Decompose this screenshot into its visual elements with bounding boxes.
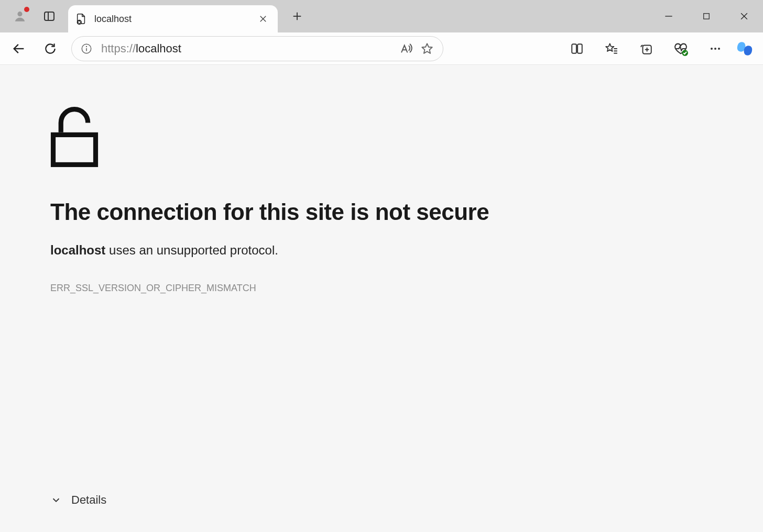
error-host: localhost: [50, 243, 105, 257]
svg-point-16: [86, 46, 87, 47]
svg-rect-19: [572, 44, 576, 53]
copilot-button[interactable]: [735, 39, 755, 59]
tab-title: localhost: [94, 14, 256, 25]
notification-dot-icon: [24, 7, 29, 12]
svg-marker-18: [422, 43, 432, 53]
details-toggle[interactable]: Details: [50, 493, 106, 507]
svg-point-29: [711, 48, 713, 50]
toolbar-right: [560, 36, 759, 61]
site-info-button[interactable]: [77, 39, 96, 58]
url-host: localhost: [136, 42, 181, 55]
tab-actions-icon: [43, 10, 56, 23]
new-tab-button[interactable]: [285, 4, 309, 28]
back-button[interactable]: [4, 36, 34, 61]
svg-point-31: [718, 48, 720, 50]
svg-marker-21: [606, 43, 614, 51]
svg-rect-20: [577, 44, 582, 53]
close-icon: [258, 14, 268, 24]
browser-essentials-button[interactable]: [663, 36, 698, 61]
url-text[interactable]: https://localhost: [96, 42, 396, 56]
error-heading: The connection for this site is not secu…: [50, 199, 713, 225]
arrow-left-icon: [12, 41, 26, 56]
svg-rect-1: [45, 12, 54, 20]
copilot-icon: [736, 40, 754, 58]
collections-icon: [639, 42, 653, 56]
tab-close-button[interactable]: [256, 12, 270, 26]
favorites-button[interactable]: [594, 36, 629, 61]
split-screen-icon: [570, 42, 584, 56]
more-icon: [709, 42, 722, 55]
chevron-down-icon: [50, 494, 62, 506]
insecure-lock-icon: [50, 106, 713, 169]
error-message-suffix: uses an unsupported protocol.: [105, 243, 278, 257]
titlebar: localhost: [0, 0, 763, 32]
refresh-icon: [43, 42, 57, 56]
star-icon: [420, 42, 434, 56]
svg-rect-11: [704, 14, 710, 19]
address-bar[interactable]: https://localhost: [71, 36, 443, 61]
svg-point-0: [17, 12, 22, 16]
close-window-button[interactable]: [725, 0, 763, 32]
profile-button[interactable]: [12, 8, 28, 25]
tab-actions-button[interactable]: [41, 8, 58, 25]
details-label: Details: [71, 493, 106, 507]
minimize-icon: [663, 11, 674, 21]
collections-button[interactable]: [629, 36, 663, 61]
url-scheme: https://: [101, 42, 136, 55]
browser-tab[interactable]: localhost: [68, 5, 278, 32]
error-message: localhost uses an unsupported protocol.: [50, 243, 713, 258]
plus-icon: [291, 10, 303, 22]
svg-rect-32: [53, 135, 96, 164]
settings-menu-button[interactable]: [698, 36, 733, 61]
window-controls: [650, 0, 763, 32]
refresh-button[interactable]: [36, 36, 65, 61]
tab-favicon: [75, 13, 87, 25]
close-icon: [739, 11, 749, 21]
titlebar-left: [0, 8, 58, 25]
split-screen-button[interactable]: [560, 36, 594, 61]
svg-point-30: [714, 48, 716, 50]
star-list-icon: [605, 42, 618, 56]
info-icon: [81, 43, 92, 54]
open-lock-icon: [50, 106, 99, 169]
toolbar: https://localhost: [0, 32, 763, 65]
error-code: ERR_SSL_VERSION_OR_CIPHER_MISMATCH: [50, 283, 713, 294]
viewport: The connection for this site is not secu…: [0, 65, 763, 532]
read-aloud-button[interactable]: [396, 38, 417, 59]
document-error-icon: [75, 13, 87, 25]
error-page: The connection for this site is not secu…: [4, 69, 759, 528]
favorite-button[interactable]: [417, 38, 438, 59]
maximize-button[interactable]: [688, 0, 725, 32]
read-aloud-icon: [399, 42, 413, 56]
heart-pulse-icon: [673, 41, 688, 56]
maximize-icon: [702, 12, 711, 21]
minimize-button[interactable]: [650, 0, 688, 32]
